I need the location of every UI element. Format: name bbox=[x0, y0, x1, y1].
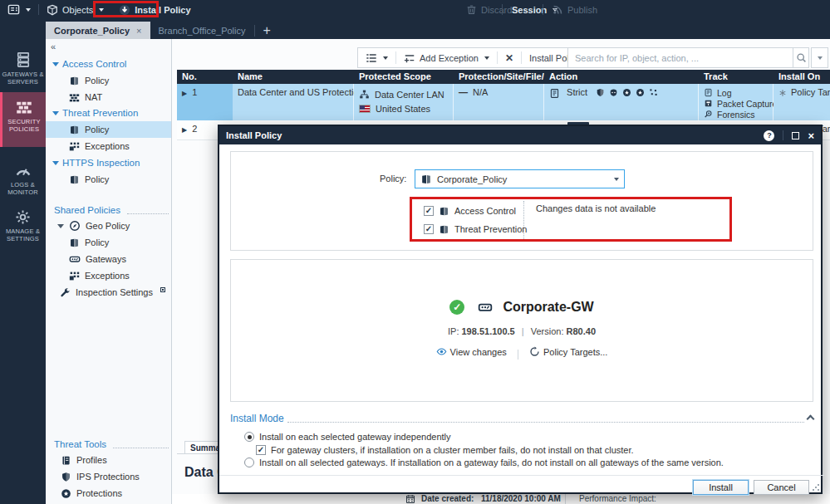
scope-lan-label: Data Center LAN bbox=[375, 90, 444, 100]
help-icon[interactable]: ? bbox=[764, 130, 774, 141]
column-header-action[interactable]: Action bbox=[544, 70, 699, 84]
nav-item-protections[interactable]: Protections bbox=[46, 485, 172, 502]
column-header-install-on[interactable]: Install On bbox=[774, 70, 830, 84]
objects-label: Objects bbox=[62, 5, 93, 15]
nav-item-https-policy[interactable]: Policy bbox=[46, 171, 172, 188]
protection-value: N/A bbox=[473, 87, 488, 97]
nav-header-https-inspection[interactable]: HTTPS Inspection bbox=[46, 154, 172, 171]
column-header-name[interactable]: Name bbox=[233, 70, 354, 84]
trash-icon bbox=[466, 4, 477, 15]
view-changes-label: View changes bbox=[450, 347, 507, 357]
rail-item-gateways-servers[interactable]: GATEWAYS & SERVERS bbox=[0, 48, 46, 90]
ip-label: IP: bbox=[448, 326, 459, 336]
policy-targets-link[interactable]: Policy Targets... bbox=[529, 346, 607, 357]
radio-unselected-icon[interactable] bbox=[244, 458, 254, 467]
install-all-option[interactable]: Install on all selected gateways. If ins… bbox=[244, 455, 724, 470]
column-header-track[interactable]: Track bbox=[699, 70, 774, 84]
policy-dropdown-value: Corporate_Policy bbox=[437, 174, 507, 184]
tab-corporate-policy[interactable]: Corporate_Policy× bbox=[46, 22, 150, 39]
dialog-title-bar[interactable]: Install Policy ? × bbox=[219, 126, 821, 144]
nav-item-ips-protections[interactable]: IPS Protections bbox=[46, 468, 172, 485]
app-menu-button[interactable] bbox=[0, 0, 38, 19]
publish-rss-icon bbox=[553, 4, 563, 15]
x-icon: ✕ bbox=[505, 52, 513, 64]
install-on-value: Policy Targets bbox=[791, 87, 830, 97]
rule-row-1[interactable]: ▶1 Data Center and US Protection Data Ce… bbox=[177, 84, 830, 120]
column-header-no[interactable]: No. bbox=[177, 70, 233, 84]
dotted-divider bbox=[523, 201, 524, 241]
nav-header-label: Threat Prevention bbox=[62, 108, 138, 118]
delete-rule-button[interactable]: ✕ bbox=[498, 48, 521, 67]
rail-item-security-policies[interactable]: SECURITY POLICIES bbox=[0, 92, 46, 147]
install-mode-section-header[interactable]: Install Mode bbox=[230, 413, 813, 424]
nav-item-geo-exceptions[interactable]: Exceptions bbox=[46, 267, 172, 284]
rail-label: LOGS & MONITOR bbox=[0, 181, 46, 197]
column-header-protection[interactable]: Protection/Site/File/Blade bbox=[454, 70, 544, 84]
rail-item-logs-monitor[interactable]: LOGS & MONITOR bbox=[0, 159, 46, 200]
ips-shield-icon bbox=[596, 88, 605, 97]
collapse-panel-button[interactable]: « bbox=[51, 42, 56, 51]
nav-item-profiles[interactable]: Profiles bbox=[46, 452, 172, 468]
rule-number: 2 bbox=[192, 124, 197, 134]
nav-item-access-policy[interactable]: Policy bbox=[46, 72, 172, 89]
date-created-label: Date created: bbox=[421, 494, 474, 503]
wrench-icon bbox=[60, 287, 71, 298]
checkbox-checked-icon[interactable]: ✓ bbox=[424, 224, 434, 234]
column-header-protected-scope[interactable]: Protected Scope bbox=[354, 70, 454, 84]
exceptions-dots-icon bbox=[69, 141, 80, 152]
threat-prevention-checkbox-row[interactable]: ✓ Threat Prevention bbox=[424, 222, 527, 237]
install-button[interactable]: Install bbox=[693, 480, 749, 495]
access-control-label: Access Control bbox=[454, 206, 516, 216]
tab-branch-office-policy[interactable]: Branch_Office_Policy bbox=[150, 22, 254, 39]
cube-icon bbox=[47, 4, 58, 16]
radio-selected-icon[interactable] bbox=[244, 432, 254, 442]
publish-button[interactable]: Publish bbox=[545, 0, 605, 19]
close-icon[interactable]: × bbox=[808, 130, 814, 142]
expand-row-icon[interactable]: ▶ bbox=[182, 126, 187, 134]
access-control-checkbox-row[interactable]: ✓ Access Control bbox=[424, 203, 516, 218]
profiles-notebook-icon bbox=[61, 455, 71, 466]
rail-label: MANAGE & SETTINGS bbox=[0, 228, 46, 243]
gauge-icon bbox=[15, 162, 32, 179]
expand-row-icon[interactable]: ▶ bbox=[182, 90, 187, 97]
rulebase-header-row: No. Name Protected Scope Protection/Site… bbox=[177, 70, 830, 84]
scope-country-label: United States bbox=[376, 104, 430, 114]
nav-header-access-control[interactable]: Access Control bbox=[46, 56, 172, 72]
nav-item-inspection-settings[interactable]: Inspection Settings bbox=[46, 284, 172, 301]
search-input[interactable] bbox=[567, 47, 793, 68]
resize-grip[interactable] bbox=[812, 483, 819, 491]
add-exception-button[interactable]: Add Exception bbox=[396, 48, 497, 67]
cancel-button[interactable]: Cancel bbox=[754, 480, 809, 495]
policy-dropdown[interactable]: Corporate_Policy bbox=[415, 169, 625, 188]
add-tab-button[interactable]: + bbox=[255, 22, 279, 39]
policy-nav-panel: « Access Control Policy NAT Threat Preve… bbox=[46, 39, 172, 504]
nav-item-threat-exceptions[interactable]: Exceptions bbox=[46, 138, 172, 154]
nav-item-geo-gateways[interactable]: Gateways bbox=[46, 251, 172, 267]
date-created-value: 11/18/2020 10:00 AM bbox=[481, 494, 561, 503]
nav-item-threat-policy[interactable]: Policy bbox=[46, 121, 172, 138]
rail-item-manage-settings[interactable]: MANAGE & SETTINGS bbox=[0, 206, 46, 247]
nav-header-threat-prevention[interactable]: Threat Prevention bbox=[46, 105, 172, 121]
chevron-up-icon[interactable] bbox=[807, 414, 815, 423]
close-tab-icon[interactable]: × bbox=[136, 26, 141, 36]
policy-tab-strip: Corporate_Policy× Branch_Office_Policy + bbox=[46, 19, 830, 39]
view-options-button[interactable] bbox=[358, 48, 395, 67]
gateway-name: Corporate-GW bbox=[503, 300, 593, 314]
install-policy-top-button[interactable]: Install Policy bbox=[111, 0, 198, 19]
install-policy-dialog: Install Policy ? × Policy: Corporate_Pol… bbox=[218, 125, 823, 494]
nav-item-geo-policy[interactable]: Geo Policy bbox=[46, 218, 172, 234]
chevron-down-icon bbox=[484, 56, 489, 60]
checkbox-checked-icon[interactable]: ✓ bbox=[424, 206, 434, 216]
nav-item-geo-policy-policy[interactable]: Policy bbox=[46, 234, 172, 251]
gateway-row[interactable]: ✓ Corporate-GW bbox=[231, 300, 813, 315]
cluster-note-label: For gateway clusters, if installation on… bbox=[271, 445, 634, 455]
search-button[interactable] bbox=[793, 47, 809, 68]
objects-menu-button[interactable]: Objects bbox=[39, 0, 111, 19]
search-options-button[interactable] bbox=[811, 47, 828, 68]
install-policy-label: Install Policy bbox=[135, 5, 190, 15]
nav-item-nat[interactable]: NAT bbox=[46, 89, 172, 105]
maximize-icon[interactable] bbox=[792, 132, 799, 139]
view-changes-link[interactable]: View changes bbox=[436, 346, 507, 357]
checkbox-checked-icon[interactable]: ✓ bbox=[256, 445, 266, 455]
nav-item-label: Exceptions bbox=[85, 141, 130, 151]
